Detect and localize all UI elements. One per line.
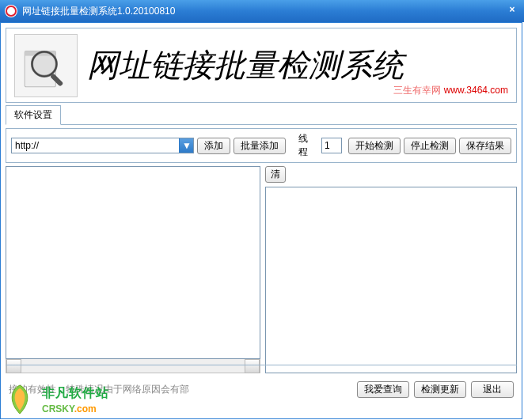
stop-button[interactable]: 停止检测	[404, 138, 456, 154]
clear-button[interactable]: 清	[265, 166, 286, 183]
batch-add-button[interactable]: 批量添加	[234, 138, 286, 154]
save-button[interactable]: 保存结果	[459, 138, 511, 154]
watermark: 非凡软件站 CRSKY.com	[2, 382, 109, 417]
close-icon[interactable]: ×	[507, 5, 518, 16]
watermark-en: CRSKY.com	[42, 402, 109, 414]
watermark-text: 非凡软件站 CRSKY.com	[42, 385, 109, 414]
logo-icon	[14, 34, 78, 97]
left-pane	[6, 166, 260, 373]
tab-strip: 软件设置	[6, 108, 517, 125]
thread-label: 线程	[297, 132, 318, 159]
watermark-cn: 非凡软件站	[42, 385, 109, 402]
start-button[interactable]: 开始检测	[348, 138, 401, 154]
thread-input[interactable]	[321, 138, 342, 153]
url-combobox[interactable]: ▼	[11, 138, 194, 153]
add-button[interactable]: 添加	[197, 138, 230, 154]
right-pane: 清	[265, 166, 517, 373]
right-toolbar: 清	[265, 166, 517, 187]
toolbar: ▼ 添加 批量添加 线程 开始检测 停止检测 保存结果	[6, 128, 517, 163]
header-panel: 网址链接批量检测系统 三生有幸网 www.3464.com	[6, 28, 517, 103]
main-area: 清	[6, 166, 517, 373]
page-title: 网址链接批量检测系统	[87, 44, 404, 87]
exit-button[interactable]: 退出	[471, 381, 514, 398]
footer-buttons: 我爱查询 检测更新 退出	[357, 381, 517, 398]
watermark-icon	[2, 382, 37, 417]
url-list-textarea[interactable]	[6, 166, 260, 359]
query-button[interactable]: 我爱查询	[357, 381, 409, 398]
window-title: 网址链接批量检测系统1.0.20100810	[22, 5, 175, 18]
credit-link[interactable]: 三生有幸网 www.3464.com	[393, 84, 508, 97]
titlebar: 网址链接批量检测系统1.0.20100810 ×	[0, 0, 524, 22]
app-frame: 网址链接批量检测系统 三生有幸网 www.3464.com 软件设置 ▼ 添加 …	[0, 22, 522, 419]
result-list[interactable]	[265, 187, 517, 373]
url-input[interactable]	[12, 138, 179, 153]
credit-url: www.3464.com	[444, 85, 508, 96]
chevron-down-icon[interactable]: ▼	[179, 138, 193, 153]
credit-prefix: 三生有幸网	[393, 85, 443, 96]
app-icon	[5, 5, 17, 17]
check-update-button[interactable]: 检测更新	[414, 381, 466, 398]
tab-settings[interactable]: 软件设置	[6, 105, 61, 125]
